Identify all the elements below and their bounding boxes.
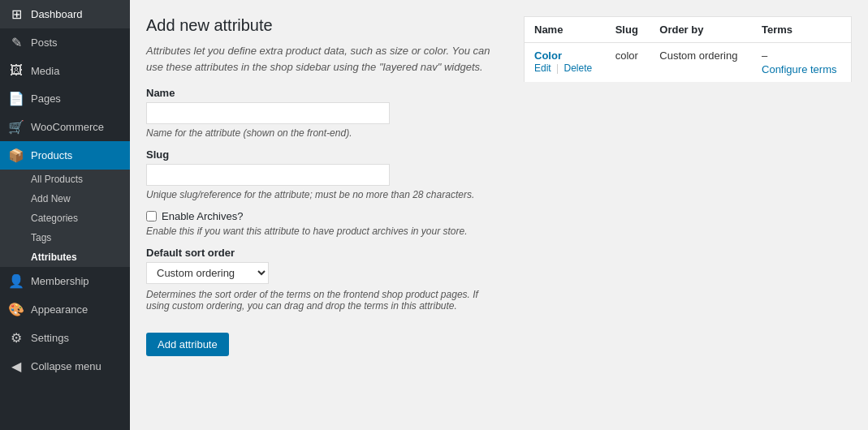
table-row: Color Edit | Delete color Custom orderin… bbox=[525, 43, 852, 83]
name-hint: Name for the attribute (shown on the fro… bbox=[146, 127, 499, 139]
enable-archives-hint: Enable this if you want this attribute t… bbox=[146, 226, 499, 237]
col-name: Name bbox=[525, 17, 606, 43]
content-area: Add new attribute Attributes let you def… bbox=[130, 0, 868, 430]
action-separator: | bbox=[556, 62, 559, 74]
add-attribute-form: Add new attribute Attributes let you def… bbox=[130, 0, 516, 430]
configure-terms-link[interactable]: Configure terms bbox=[762, 63, 841, 75]
sidebar-item-label: Products bbox=[31, 149, 72, 161]
slug-field-group: Slug Unique slug/reference for the attri… bbox=[146, 148, 499, 200]
col-terms: Terms bbox=[752, 17, 851, 43]
sidebar-item-products[interactable]: 📦 Products bbox=[0, 141, 130, 170]
dashboard-icon: ⊞ bbox=[8, 6, 24, 22]
sidebar: ⊞ Dashboard ✎ Posts 🖼 Media 📄 Pages 🛒 Wo… bbox=[0, 0, 130, 430]
sidebar-item-settings[interactable]: ⚙ Settings bbox=[0, 324, 130, 352]
add-attribute-button[interactable]: Add attribute bbox=[146, 333, 229, 356]
add-new-label: Add New bbox=[31, 193, 71, 204]
sidebar-item-add-new[interactable]: Add New bbox=[0, 189, 130, 209]
enable-archives-label: Enable Archives? bbox=[162, 210, 243, 222]
sidebar-item-all-products[interactable]: All Products bbox=[0, 170, 130, 189]
collapse-icon: ◀ bbox=[8, 359, 24, 374]
attributes-table-panel: Name Slug Order by Terms Color Edit | bbox=[516, 0, 868, 430]
main-content: Add new attribute Attributes let you def… bbox=[130, 0, 868, 430]
enable-archives-checkbox[interactable] bbox=[146, 211, 157, 221]
sidebar-item-pages[interactable]: 📄 Pages bbox=[0, 84, 130, 113]
sidebar-item-label: Media bbox=[31, 65, 59, 77]
appearance-icon: 🎨 bbox=[8, 302, 24, 317]
sidebar-item-label: Membership bbox=[31, 275, 89, 287]
sidebar-item-label: Settings bbox=[31, 332, 69, 344]
sidebar-item-posts[interactable]: ✎ Posts bbox=[0, 28, 130, 57]
media-icon: 🖼 bbox=[8, 63, 24, 78]
row-slug-cell: color bbox=[606, 43, 650, 83]
posts-icon: ✎ bbox=[8, 35, 24, 50]
terms-value: – bbox=[762, 49, 767, 62]
row-order-by-cell: Custom ordering bbox=[650, 43, 752, 83]
sidebar-item-label: Pages bbox=[31, 92, 61, 105]
sidebar-item-membership[interactable]: 👤 Membership bbox=[0, 267, 130, 295]
membership-icon: 👤 bbox=[8, 273, 24, 289]
sidebar-item-attributes[interactable]: Attributes bbox=[0, 247, 130, 267]
sidebar-item-label: Appearance bbox=[31, 303, 88, 316]
sort-order-select[interactable]: Custom ordering Name Name (numeric) Term… bbox=[146, 262, 269, 284]
row-name-cell: Color Edit | Delete bbox=[525, 43, 606, 83]
products-icon: 📦 bbox=[8, 148, 24, 163]
attributes-table: Name Slug Order by Terms Color Edit | bbox=[524, 16, 852, 83]
attributes-label: Attributes bbox=[31, 252, 77, 263]
enable-archives-field-group: Enable Archives? Enable this if you want… bbox=[146, 210, 499, 237]
sidebar-item-dashboard[interactable]: ⊞ Dashboard bbox=[0, 0, 130, 28]
attribute-actions: Edit | Delete bbox=[534, 62, 592, 74]
slug-input[interactable] bbox=[146, 164, 390, 186]
name-label: Name bbox=[146, 87, 499, 99]
form-description: Attributes let you define extra product … bbox=[146, 43, 499, 75]
sort-order-field-group: Default sort order Custom ordering Name … bbox=[146, 247, 499, 312]
col-order-by: Order by bbox=[650, 17, 752, 43]
sidebar-item-label: WooCommerce bbox=[31, 121, 104, 133]
sidebar-item-label: Collapse menu bbox=[31, 360, 101, 372]
slug-hint: Unique slug/reference for the attribute;… bbox=[146, 189, 499, 200]
products-submenu: All Products Add New Categories Tags Att… bbox=[0, 170, 130, 267]
name-field-group: Name Name for the attribute (shown on th… bbox=[146, 87, 499, 139]
settings-icon: ⚙ bbox=[8, 330, 24, 346]
sidebar-item-label: Posts bbox=[31, 37, 58, 49]
edit-link[interactable]: Edit bbox=[534, 62, 551, 74]
row-terms-cell: – Configure terms bbox=[752, 43, 851, 83]
form-title: Add new attribute bbox=[146, 16, 499, 35]
pages-icon: 📄 bbox=[8, 91, 24, 106]
categories-label: Categories bbox=[31, 213, 78, 224]
sidebar-item-categories[interactable]: Categories bbox=[0, 209, 130, 228]
sidebar-item-appearance[interactable]: 🎨 Appearance bbox=[0, 295, 130, 324]
attribute-name-link[interactable]: Color bbox=[534, 49, 596, 62]
woocommerce-icon: 🛒 bbox=[8, 119, 24, 135]
name-input[interactable] bbox=[146, 102, 390, 124]
col-slug: Slug bbox=[606, 17, 650, 43]
all-products-label: All Products bbox=[31, 174, 83, 185]
tags-label: Tags bbox=[31, 232, 51, 243]
slug-label: Slug bbox=[146, 148, 499, 161]
sort-order-hint: Determines the sort order of the terms o… bbox=[146, 289, 499, 312]
sidebar-item-media[interactable]: 🖼 Media bbox=[0, 57, 130, 84]
sidebar-item-collapse[interactable]: ◀ Collapse menu bbox=[0, 352, 130, 381]
sidebar-item-tags[interactable]: Tags bbox=[0, 228, 130, 247]
sort-order-label: Default sort order bbox=[146, 247, 499, 259]
sidebar-item-label: Dashboard bbox=[31, 8, 83, 20]
delete-link[interactable]: Delete bbox=[564, 62, 593, 74]
sidebar-item-woocommerce[interactable]: 🛒 WooCommerce bbox=[0, 113, 130, 141]
